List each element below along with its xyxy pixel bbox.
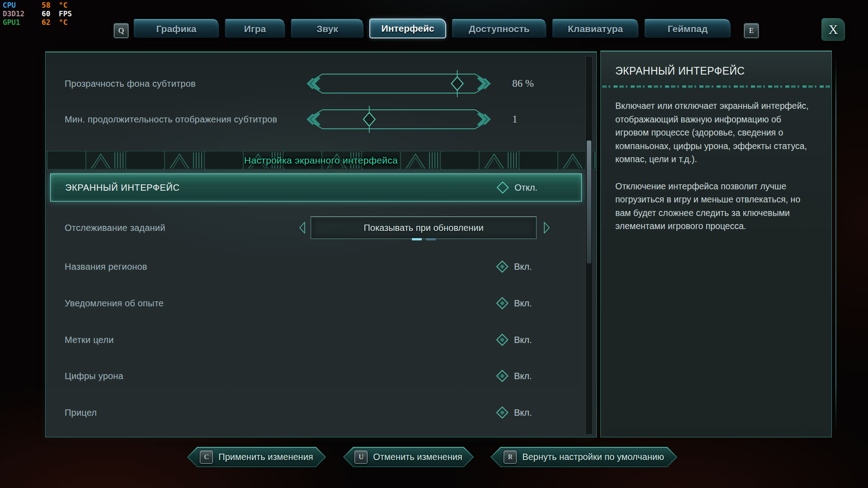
- restore-defaults-label: Вернуть настройки по умолчанию: [522, 452, 664, 462]
- tab-gamepad[interactable]: Геймпад: [644, 19, 731, 38]
- crosshair-toggle[interactable]: Вкл.: [495, 406, 532, 419]
- gpu-temp-value: 62: [42, 18, 55, 27]
- subtitle-opacity-slider[interactable]: [297, 69, 500, 98]
- xp-notifications-toggle[interactable]: Вкл.: [495, 296, 532, 310]
- cancel-changes-button[interactable]: U Отменить изменения: [343, 447, 474, 467]
- q-key-badge[interactable]: Q: [114, 23, 128, 38]
- setting-row-crosshair[interactable]: Прицел Вкл.: [46, 404, 582, 422]
- setting-row-objective-markers[interactable]: Метки цели Вкл.: [46, 331, 582, 349]
- perf-row-gpu: GPU1 62 °C: [3, 18, 72, 27]
- close-button[interactable]: X: [821, 18, 845, 41]
- diamond-off-icon: [496, 181, 509, 194]
- e-key-letter: E: [749, 26, 754, 35]
- diamond-on-icon: [495, 260, 509, 273]
- info-panel-body: Включает или отключает экранный интерфей…: [601, 88, 831, 233]
- cancel-changes-label: Отменить изменения: [373, 452, 462, 462]
- setting-row-quest-tracking[interactable]: Отслеживание заданий Показывать при обно…: [46, 216, 596, 239]
- apply-changes-button[interactable]: C Применить изменения: [187, 447, 326, 467]
- tab-bar: Графика Игра Звук Интерфейс Доступность …: [133, 19, 731, 39]
- perf-row-fps: D3D12 60 FPS: [3, 9, 72, 18]
- setting-row-subtitle-bg-opacity: Прозрачность фона субтитров: [46, 69, 596, 98]
- d3d12-label: D3D12: [3, 9, 42, 18]
- region-names-toggle[interactable]: Вкл.: [495, 260, 532, 273]
- tab-game[interactable]: Игра: [225, 19, 285, 38]
- setting-label: Прозрачность фона субтитров: [65, 79, 196, 89]
- gpu-temp-unit: °C: [59, 18, 67, 27]
- cpu-label: CPU: [3, 1, 42, 9]
- tab-graphics[interactable]: Графика: [133, 19, 219, 38]
- chevrons-right-icon: [475, 110, 490, 129]
- setting-label: Цифры урона: [65, 371, 123, 381]
- section-header-screen-ui: Настройка экранного интерфейса: [46, 151, 596, 170]
- info-panel: ЭКРАННЫЙ ИНТЕРФЕЙС Включает или отключае…: [600, 51, 832, 437]
- cpu-temp-unit: °C: [59, 1, 67, 9]
- c-key-badge: C: [200, 450, 213, 464]
- setting-row-damage-numbers[interactable]: Цифры урона Вкл.: [46, 367, 582, 385]
- tab-accessibility[interactable]: Доступность: [452, 19, 547, 38]
- toggle-value: Вкл.: [514, 371, 532, 381]
- setting-row-xp-notifications[interactable]: Уведомления об опыте Вкл.: [46, 294, 582, 312]
- option-dots: [311, 238, 536, 240]
- info-paragraph: Включает или отключает экранный интерфей…: [615, 99, 816, 166]
- apply-changes-label: Применить изменения: [218, 452, 313, 462]
- arrow-right-icon[interactable]: [543, 221, 551, 235]
- setting-value: 1: [512, 113, 518, 125]
- scrollbar[interactable]: [585, 56, 593, 435]
- chevrons-left-icon: [307, 110, 322, 129]
- setting-row-screen-ui[interactable]: ЭКРАННЫЙ ИНТЕРФЕЙС Откл.: [50, 174, 582, 202]
- setting-value: 86 %: [512, 78, 534, 89]
- tab-sound[interactable]: Звук: [291, 19, 364, 38]
- toggle-value: Вкл.: [514, 335, 532, 345]
- setting-label: Прицел: [65, 408, 97, 418]
- objective-markers-toggle[interactable]: Вкл.: [495, 333, 532, 347]
- diamond-on-icon: [495, 369, 509, 383]
- diamond-on-icon: [495, 296, 509, 310]
- tab-keyboard[interactable]: Клавиатура: [552, 19, 639, 38]
- toggle-value: Вкл.: [514, 408, 532, 418]
- gpu-label: GPU1: [3, 18, 42, 27]
- u-key-badge: U: [354, 450, 368, 464]
- info-panel-title: ЭКРАННЫЙ ИНТЕРФЕЙС: [615, 65, 817, 77]
- fps-value: 60: [42, 9, 55, 18]
- cpu-temp-value: 58: [42, 1, 55, 9]
- tab-interface[interactable]: Интерфейс: [369, 19, 446, 38]
- restore-defaults-button[interactable]: R Вернуть настройки по умолчанию: [491, 447, 677, 467]
- setting-row-region-names[interactable]: Названия регионов Вкл.: [46, 258, 582, 276]
- info-panel-header: ЭКРАННЫЙ ИНТЕРФЕЙС: [601, 52, 831, 85]
- toggle-value: Вкл.: [514, 298, 532, 309]
- setting-label: Отслеживание заданий: [65, 223, 165, 233]
- fps-unit: FPS: [59, 9, 72, 18]
- setting-row-subtitle-min-duration: Мин. продолжительность отображения субти…: [46, 105, 596, 134]
- chevrons-left-icon: [307, 74, 322, 93]
- select-value: Показывать при обновлении: [363, 223, 483, 233]
- arrow-left-icon[interactable]: [298, 221, 306, 235]
- section-title: Настройка экранного интерфейса: [46, 155, 596, 166]
- r-key-badge: R: [504, 450, 517, 464]
- diamond-on-icon: [495, 406, 509, 419]
- quest-tracking-select[interactable]: Показывать при обновлении: [311, 216, 537, 239]
- toggle-value: Вкл.: [514, 262, 532, 272]
- diamond-on-icon: [495, 333, 509, 347]
- perf-row-cpu: CPU 58 °C: [3, 1, 72, 9]
- game-settings-screen: CPU 58 °C D3D12 60 FPS GPU1 62 °C Q Граф…: [0, 0, 868, 488]
- e-key-badge[interactable]: E: [744, 23, 759, 38]
- settings-panel: Прозрачность фона субтитров: [45, 52, 597, 437]
- setting-label: Названия регионов: [65, 262, 147, 272]
- scrollbar-thumb[interactable]: [587, 141, 591, 263]
- damage-numbers-toggle[interactable]: Вкл.: [495, 369, 532, 383]
- q-key-letter: Q: [118, 26, 124, 35]
- toggle-value: Откл.: [514, 183, 538, 193]
- setting-label: Метки цели: [65, 335, 114, 345]
- close-icon: X: [828, 22, 838, 37]
- setting-label: Мин. продолжительность отображения субти…: [65, 114, 277, 125]
- info-paragraph: Отключение интерфейса позволит лучше пог…: [615, 180, 816, 233]
- screen-ui-toggle[interactable]: Откл.: [496, 181, 538, 194]
- setting-label: ЭКРАННЫЙ ИНТЕРФЕЙС: [65, 183, 180, 193]
- setting-label: Уведомления об опыте: [65, 298, 164, 309]
- subtitle-duration-slider[interactable]: [297, 105, 500, 134]
- chevrons-right-icon: [475, 74, 490, 93]
- performance-overlay: CPU 58 °C D3D12 60 FPS GPU1 62 °C: [3, 1, 72, 27]
